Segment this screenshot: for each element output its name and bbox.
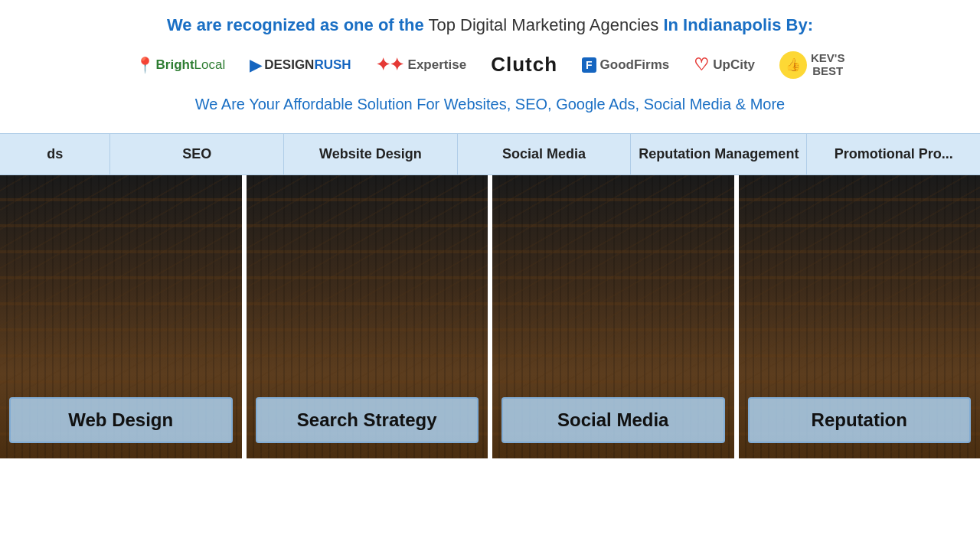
recognized-line: We are recognized as one of the Top Digi… bbox=[15, 14, 965, 37]
page-wrapper: We are recognized as one of the Top Digi… bbox=[0, 0, 980, 458]
goodfirms-icon: F bbox=[582, 57, 596, 73]
card-label-reputation: Reputation bbox=[748, 397, 972, 443]
nav-bar: ds SEO Website Design Social Media Reput… bbox=[0, 133, 980, 175]
card-search-strategy[interactable]: Search Strategy bbox=[247, 175, 493, 458]
nav-item-partial[interactable]: ds bbox=[0, 134, 110, 174]
card-web-design[interactable]: Web Design bbox=[0, 175, 247, 458]
recognized-mid: Top Digital Marketing Agencies bbox=[429, 15, 664, 34]
logo-designrush[interactable]: ▶ DESIGNRUSH bbox=[250, 56, 351, 74]
card-label-social-media: Social Media bbox=[501, 397, 725, 443]
nav-item-website-design[interactable]: Website Design bbox=[284, 134, 458, 174]
card-label-search-strategy: Search Strategy bbox=[256, 397, 479, 443]
card-label-web-design: Web Design bbox=[9, 397, 233, 443]
nav-item-seo[interactable]: SEO bbox=[110, 134, 284, 174]
logo-brightlocal[interactable]: 📍 BrightLocal bbox=[136, 56, 226, 74]
nav-item-promotional[interactable]: Promotional Pro... bbox=[807, 134, 980, 174]
card-social-media[interactable]: Social Media bbox=[492, 175, 739, 458]
pin-icon: 📍 bbox=[136, 56, 155, 74]
cards-section: Web Design Search Strategy Social Media … bbox=[0, 175, 980, 458]
upcity-icon: ♡ bbox=[694, 55, 709, 75]
recognized-prefix: We are recognized as one of the bbox=[167, 15, 424, 34]
logo-kevsbest[interactable]: 👍 KEV'SBEST bbox=[779, 51, 844, 79]
affordable-line: We Are Your Affordable Solution For Webs… bbox=[15, 96, 965, 113]
logos-row: 📍 BrightLocal ▶ DESIGNRUSH ✦✦ Expertise … bbox=[15, 51, 965, 79]
logo-expertise[interactable]: ✦✦ Expertise bbox=[376, 55, 467, 75]
logo-clutch[interactable]: Clutch bbox=[491, 53, 557, 77]
arrow-icon: ▶ bbox=[250, 56, 261, 74]
card-reputation[interactable]: Reputation bbox=[739, 175, 981, 458]
logo-upcity[interactable]: ♡ UpCity bbox=[694, 55, 755, 75]
nav-item-reputation-management[interactable]: Reputation Management bbox=[631, 134, 807, 174]
logo-goodfirms[interactable]: F GoodFirms bbox=[582, 57, 669, 73]
nav-item-social-media[interactable]: Social Media bbox=[458, 134, 632, 174]
recognized-suffix: In Indianapolis By: bbox=[663, 15, 813, 34]
expertise-icon: ✦✦ bbox=[376, 55, 403, 75]
top-section: We are recognized as one of the Top Digi… bbox=[0, 0, 980, 121]
kevsbest-icon: 👍 bbox=[779, 51, 807, 79]
